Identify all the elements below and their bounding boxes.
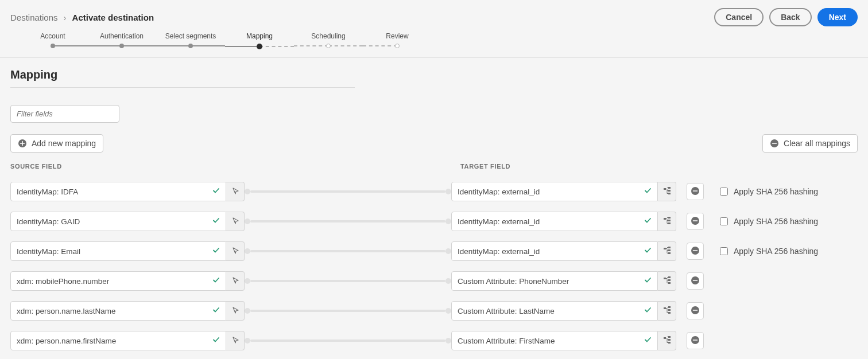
clear-all-mappings-button[interactable]: Clear all mappings [762, 134, 858, 153]
hash-checkbox[interactable] [720, 247, 728, 255]
step-dot-icon [326, 44, 331, 48]
check-icon [212, 187, 220, 196]
remove-mapping-button[interactable] [687, 243, 704, 260]
breadcrumb-current: Activate destination [72, 13, 154, 22]
cursor-icon [231, 306, 239, 316]
column-header-target: TARGET FIELD [460, 163, 510, 170]
check-icon [644, 306, 652, 315]
minus-circle-icon [691, 186, 700, 197]
add-mapping-button[interactable]: Add new mapping [10, 134, 103, 153]
step-dot-icon [395, 44, 400, 48]
mapping-row: xdm: person.name.firstName Custom Attrib… [10, 326, 858, 356]
breadcrumb-parent[interactable]: Destinations [10, 13, 58, 22]
source-field-box[interactable]: IdentityMap: GAID [10, 212, 226, 231]
source-field-box[interactable]: xdm: mobilePhone.number [10, 271, 226, 291]
mapping-connector [245, 278, 451, 284]
remove-mapping-button[interactable] [687, 183, 704, 200]
next-button[interactable]: Next [817, 8, 858, 26]
source-field-box[interactable]: IdentityMap: IDFA [10, 182, 226, 201]
column-header-source: SOURCE FIELD [10, 163, 460, 170]
source-field-box[interactable]: xdm: person.name.firstName [10, 331, 226, 350]
source-select-button[interactable] [226, 212, 245, 231]
step-authentication[interactable]: Authentication [87, 32, 156, 49]
hierarchy-icon [663, 217, 671, 227]
cursor-icon [231, 247, 239, 256]
step-dot-icon [257, 44, 262, 49]
source-select-button[interactable] [226, 182, 245, 201]
wizard-stepper: Account Authentication Select segments M… [0, 32, 868, 58]
mapping-connector [245, 218, 451, 224]
hierarchy-icon [663, 247, 671, 256]
divider [10, 87, 355, 88]
step-dot-icon [51, 44, 55, 48]
mapping-row: xdm: person.name.lastName Custom Attribu… [10, 296, 858, 326]
hierarchy-icon [663, 276, 671, 286]
source-select-button[interactable] [226, 301, 245, 321]
plus-circle-icon [18, 139, 27, 148]
remove-mapping-button[interactable] [687, 332, 704, 349]
minus-circle-icon [770, 139, 779, 148]
step-account[interactable]: Account [18, 32, 87, 49]
source-select-button[interactable] [226, 241, 245, 261]
check-icon [212, 217, 220, 226]
source-field-value: xdm: mobilePhone.number [17, 277, 109, 286]
hash-label: Apply SHA 256 hashing [734, 187, 818, 196]
source-field-value: IdentityMap: GAID [17, 217, 80, 226]
hash-checkbox[interactable] [720, 217, 728, 225]
target-field-box[interactable]: IdentityMap: external_id [451, 212, 658, 231]
source-field-box[interactable]: IdentityMap: Email [10, 241, 226, 261]
target-field-value: Custom Attribute: LastName [458, 307, 555, 315]
cancel-button[interactable]: Cancel [714, 8, 764, 26]
minus-circle-icon [691, 246, 700, 257]
filter-fields-input[interactable] [10, 105, 119, 123]
step-select-segments[interactable]: Select segments [156, 32, 225, 49]
target-select-button[interactable] [658, 212, 676, 231]
mapping-row: IdentityMap: GAID IdentityMap: external_… [10, 206, 858, 236]
target-field-box[interactable]: Custom Attribute: FirstName [451, 331, 658, 350]
hash-checkbox[interactable] [720, 188, 728, 196]
target-select-button[interactable] [658, 271, 676, 291]
cursor-icon [231, 276, 239, 286]
source-field-value: IdentityMap: IDFA [17, 188, 78, 196]
target-select-button[interactable] [658, 331, 676, 350]
source-field-value: xdm: person.name.lastName [17, 307, 116, 315]
check-icon [212, 306, 220, 315]
step-dot-icon [119, 44, 124, 48]
mapping-row: IdentityMap: IDFA IdentityMap: external_… [10, 177, 858, 206]
mapping-row: xdm: mobilePhone.number Custom Attribute… [10, 266, 858, 296]
hash-label: Apply SHA 256 hashing [734, 247, 818, 256]
target-select-button[interactable] [658, 241, 676, 261]
apply-hash-option[interactable]: Apply SHA 256 hashing [720, 247, 818, 256]
back-button[interactable]: Back [769, 8, 811, 26]
minus-circle-icon [691, 335, 700, 346]
apply-hash-option[interactable]: Apply SHA 256 hashing [720, 217, 818, 226]
target-field-box[interactable]: IdentityMap: external_id [451, 241, 658, 261]
target-field-value: Custom Attribute: FirstName [458, 337, 555, 345]
remove-mapping-button[interactable] [687, 272, 704, 290]
hierarchy-icon [663, 306, 671, 316]
mapping-connector [245, 248, 451, 254]
source-field-box[interactable]: xdm: person.name.lastName [10, 301, 226, 321]
minus-circle-icon [691, 276, 700, 287]
breadcrumb: Destinations › Activate destination [10, 13, 154, 22]
step-dot-icon [188, 44, 193, 48]
step-review[interactable]: Review [363, 32, 432, 49]
check-icon [212, 336, 220, 345]
source-select-button[interactable] [226, 271, 245, 291]
target-select-button[interactable] [658, 301, 676, 321]
target-field-box[interactable]: IdentityMap: external_id [451, 182, 658, 201]
remove-mapping-button[interactable] [687, 302, 704, 319]
source-field-value: xdm: person.name.firstName [17, 337, 116, 345]
check-icon [212, 276, 220, 286]
step-scheduling[interactable]: Scheduling [294, 32, 363, 49]
target-select-button[interactable] [658, 182, 676, 201]
hierarchy-icon [663, 336, 671, 346]
step-mapping[interactable]: Mapping [225, 32, 294, 49]
target-field-box[interactable]: Custom Attribute: PhoneNumber [451, 271, 658, 291]
source-select-button[interactable] [226, 331, 245, 350]
target-field-box[interactable]: Custom Attribute: LastName [451, 301, 658, 321]
check-icon [644, 336, 652, 345]
hash-label: Apply SHA 256 hashing [734, 217, 818, 226]
apply-hash-option[interactable]: Apply SHA 256 hashing [720, 187, 818, 196]
remove-mapping-button[interactable] [687, 213, 704, 230]
